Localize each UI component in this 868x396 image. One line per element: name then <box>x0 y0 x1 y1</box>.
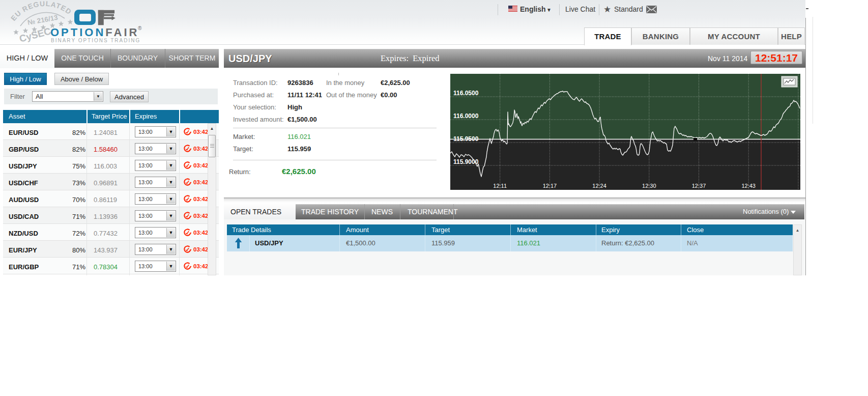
svg-text:12:30: 12:30 <box>642 183 656 189</box>
svg-text:®: ® <box>138 25 142 31</box>
svg-text:BINARY OPTIONS TRADING: BINARY OPTIONS TRADING <box>51 38 140 43</box>
svg-text:12:43: 12:43 <box>741 183 756 189</box>
svg-text:116.0000: 116.0000 <box>453 112 479 120</box>
svg-text:CySEC: CySEC <box>18 25 52 44</box>
svg-text:12:17: 12:17 <box>543 183 557 189</box>
svg-text:12:24: 12:24 <box>592 183 606 189</box>
svg-text:OPTIONFAIR: OPTIONFAIR <box>50 26 139 39</box>
svg-text:№ 216/13: № 216/13 <box>27 14 59 26</box>
svg-text:12:11: 12:11 <box>493 183 507 189</box>
svg-text:12:37: 12:37 <box>692 183 706 189</box>
svg-text:116.0500: 116.0500 <box>453 90 479 97</box>
